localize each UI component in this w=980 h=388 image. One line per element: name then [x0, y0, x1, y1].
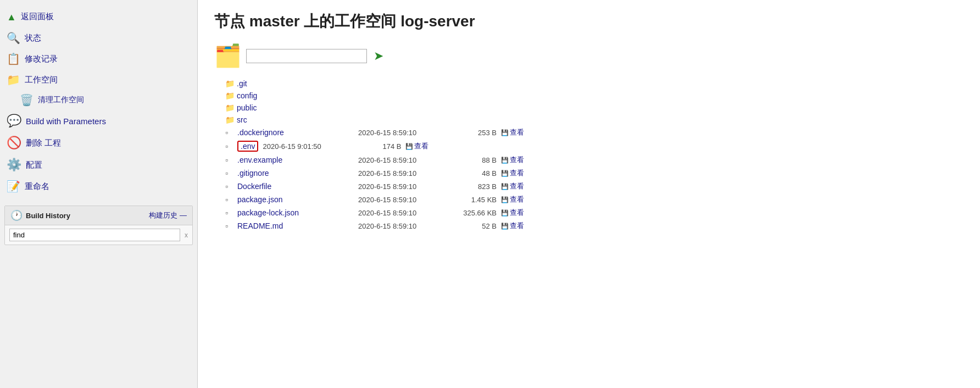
file-view-link-readme[interactable]: 查看 — [510, 221, 524, 231]
build-history-title: Build History — [26, 212, 70, 220]
file-date-gitignore: 2020-6-15 8:59:10 — [358, 169, 446, 178]
disk-icon-package-lock-json: 💾 — [501, 209, 509, 217]
file-list: 📁 .git 📁 config 📁 public 📁 src ▫ .docker… — [225, 77, 964, 232]
rename-icon: 📝 — [7, 180, 20, 193]
file-date-dockerignore: 2020-6-15 8:59:10 — [358, 129, 446, 137]
build-icon: 💬 — [7, 114, 21, 128]
build-history-icon: 🕐 — [10, 209, 23, 221]
file-row-dockerfile: ▫ Dockerfile 2020-6-15 8:59:10 823 B 💾 查… — [225, 180, 964, 193]
build-history-link[interactable]: 构建历史 — — [149, 210, 187, 220]
file-view-link-package-lock-json[interactable]: 查看 — [510, 208, 524, 218]
file-icon-readme: ▫ — [225, 221, 235, 230]
file-date-package-lock-json: 2020-6-15 8:59:10 — [358, 209, 446, 217]
file-view-link-gitignore[interactable]: 查看 — [510, 168, 524, 178]
file-view-link-dockerignore[interactable]: 查看 — [510, 128, 524, 137]
folder-path-input[interactable] — [246, 49, 367, 63]
sidebar-item-status[interactable]: 🔍 状态 — [0, 27, 197, 48]
file-link-dockerfile[interactable]: Dockerfile — [237, 182, 358, 191]
file-size-dockerignore: 253 B — [446, 129, 501, 137]
file-size-package-lock-json: 325.66 KB — [446, 209, 501, 217]
sidebar-label-changes[interactable]: 修改记录 — [25, 54, 58, 64]
sidebar-item-build-with-params[interactable]: 💬 Build with Parameters — [0, 110, 197, 132]
sidebar-item-back[interactable]: 返回面板 — [0, 5, 197, 27]
file-row-package-json: ▫ package.json 2020-6-15 8:59:10 1.45 KB… — [225, 193, 964, 206]
sidebar-label-workspace[interactable]: 工作空间 — [25, 75, 58, 85]
sidebar-label-config[interactable]: 配置 — [26, 160, 42, 170]
disk-icon-dockerignore: 💾 — [501, 129, 509, 136]
build-history-header: 🕐 Build History 构建历史 — — [5, 206, 192, 225]
file-link-readme[interactable]: README.md — [237, 221, 358, 230]
sidebar-item-config[interactable]: ⚙️ 配置 — [0, 154, 197, 176]
file-size-gitignore: 48 B — [446, 169, 501, 178]
main-content: 节点 master 上的工作空间 log-server 🗂️ ➤ 📁 .git … — [198, 0, 980, 388]
file-view-link-env-example[interactable]: 查看 — [510, 155, 524, 165]
folder-entry-link-public[interactable]: public — [237, 103, 257, 112]
sidebar-label-clean-workspace[interactable]: 清理工作空间 — [38, 95, 84, 105]
folder-entry-link-git[interactable]: .git — [237, 79, 247, 88]
build-history-search-input[interactable] — [9, 229, 180, 241]
sidebar-item-delete[interactable]: 🚫 删除 工程 — [0, 132, 197, 154]
sidebar: 返回面板 🔍 状态 📋 修改记录 📁 工作空间 🗑️ 清理工作空间 💬 Buil… — [0, 0, 198, 388]
build-history-search-area: x — [5, 225, 192, 245]
file-view-link-dockerfile[interactable]: 查看 — [510, 181, 524, 191]
sidebar-label-rename[interactable]: 重命名 — [25, 181, 49, 192]
file-row-package-lock-json: ▫ package-lock.json 2020-6-15 8:59:10 32… — [225, 206, 964, 219]
file-date-env-example: 2020-6-15 8:59:10 — [358, 156, 446, 164]
file-size-package-json: 1.45 KB — [446, 196, 501, 204]
delete-icon: 🚫 — [7, 136, 21, 150]
file-date-readme: 2020-6-15 8:59:10 — [358, 222, 446, 230]
folder-entry-icon-public: 📁 — [225, 103, 235, 112]
file-link-env-example[interactable]: .env.example — [237, 156, 358, 164]
file-row-env-example: ▫ .env.example 2020-6-15 8:59:10 88 B 💾 … — [225, 153, 964, 167]
folder-entry-git: 📁 .git — [225, 77, 964, 90]
file-size-dockerfile: 823 B — [446, 182, 501, 191]
sidebar-item-changes[interactable]: 📋 修改记录 — [0, 48, 197, 69]
sidebar-label-build-with-params[interactable]: Build with Parameters — [26, 117, 106, 126]
file-date-dockerfile: 2020-6-15 8:59:10 — [358, 182, 446, 191]
file-link-gitignore[interactable]: .gitignore — [237, 169, 358, 178]
folder-entry-link-config[interactable]: config — [237, 91, 257, 100]
folder-entry-src: 📁 src — [225, 114, 964, 126]
folder-entry-icon-git: 📁 — [225, 79, 235, 88]
file-row-dockerignore: ▫ .dockerignore 2020-6-15 8:59:10 253 B … — [225, 126, 964, 139]
folder-entry-link-src[interactable]: src — [237, 115, 247, 124]
file-date-env: 2020-6-15 9:01:50 — [263, 142, 350, 151]
sidebar-item-clean-workspace[interactable]: 🗑️ 清理工作空间 — [0, 90, 197, 110]
file-link-env[interactable]: .env — [241, 142, 255, 151]
disk-icon-env-example: 💾 — [501, 157, 509, 164]
disk-icon-gitignore: 💾 — [501, 170, 509, 177]
file-view-link-env[interactable]: 查看 — [414, 141, 428, 151]
file-size-readme: 52 B — [446, 222, 501, 230]
file-row-readme: ▫ README.md 2020-6-15 8:59:10 52 B 💾 查看 — [225, 219, 964, 232]
file-view-link-package-json[interactable]: 查看 — [510, 195, 524, 204]
file-size-env: 174 B — [350, 142, 405, 151]
search-clear-button[interactable]: x — [185, 231, 188, 239]
page-title: 节点 master 上的工作空间 log-server — [214, 11, 964, 32]
sidebar-item-rename[interactable]: 📝 重命名 — [0, 176, 197, 197]
file-icon-gitignore: ▫ — [225, 169, 235, 178]
folder-entry-public: 📁 public — [225, 102, 964, 114]
folder-entry-icon-config: 📁 — [225, 91, 235, 100]
clean-icon: 🗑️ — [20, 93, 34, 107]
file-icon-package-json: ▫ — [225, 195, 235, 204]
disk-icon-package-json: 💾 — [501, 196, 509, 203]
folder-nav-go-button[interactable]: ➤ — [371, 49, 386, 63]
sidebar-label-status[interactable]: 状态 — [25, 33, 41, 43]
sidebar-label-back[interactable]: 返回面板 — [21, 12, 54, 22]
back-icon — [7, 9, 16, 24]
sidebar-item-workspace[interactable]: 📁 工作空间 — [0, 69, 197, 90]
file-link-package-lock-json[interactable]: package-lock.json — [237, 208, 358, 217]
build-history-section: 🕐 Build History 构建历史 — x — [4, 206, 193, 245]
file-icon-package-lock-json: ▫ — [225, 208, 235, 217]
file-link-dockerignore[interactable]: .dockerignore — [237, 128, 358, 137]
folder-nav: 🗂️ ➤ — [214, 43, 964, 69]
disk-icon-env: 💾 — [405, 143, 413, 150]
sidebar-label-delete[interactable]: 删除 工程 — [26, 138, 61, 148]
file-icon-env-example: ▫ — [225, 156, 235, 164]
disk-icon-readme: 💾 — [501, 223, 509, 230]
folder-icon: 📁 — [7, 73, 20, 86]
file-link-package-json[interactable]: package.json — [237, 195, 358, 204]
env-highlight-box: .env — [237, 141, 258, 152]
folder-entry-config: 📁 config — [225, 90, 964, 102]
main-folder-icon: 🗂️ — [214, 43, 242, 69]
